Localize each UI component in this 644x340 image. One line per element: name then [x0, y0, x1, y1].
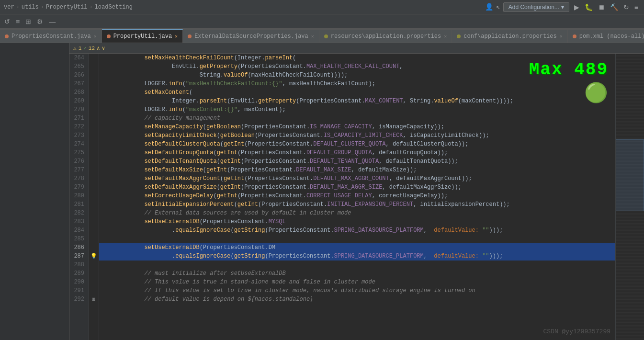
code-line: .equalsIgnoreCase(getString(PropertiesCo… — [103, 226, 611, 235]
line-number: 272 — [71, 123, 84, 131]
tab-externaldatasource[interactable]: ExternalDataSourceProperties.java ✕ — [183, 29, 319, 43]
gutter-icon — [89, 243, 99, 252]
menu-button[interactable]: ≡ — [633, 2, 640, 12]
code-content[interactable]: setMaxHealthCheckFailCount(Integer.parse… — [99, 54, 615, 340]
tab-label-propertyutil: PropertyUtil.java — [113, 33, 172, 40]
code-line: // External data sources are used by def… — [103, 209, 611, 217]
code-line: LOGGER.info("maxHealthCheckFailCount:{}"… — [103, 79, 611, 88]
gutter-icon: 💡 — [89, 252, 99, 261]
code-line: // If this value is set to true in clust… — [103, 286, 611, 295]
tab-close-externaldatasource[interactable]: ✕ — [311, 34, 314, 39]
breadcrumb-ver: ver — [4, 4, 14, 11]
add-configuration-button[interactable]: Add Configuration... ▾ — [503, 2, 569, 12]
gutter-icon — [89, 148, 99, 157]
line-number: 277 — [71, 166, 84, 174]
tab-label-propertiesconstant: PropertiesConstant.java — [11, 33, 91, 40]
line-number: 288 — [71, 261, 84, 269]
gutter-icon — [89, 269, 99, 278]
list-button[interactable]: ≡ — [13, 16, 22, 27]
code-line: String.valueOf(maxHealthCheckFailCount))… — [103, 71, 611, 79]
ide-toolbar: ↺ ≡ ⊞ ⚙ — — [0, 14, 644, 29]
tab-close-propertiesconstant[interactable]: ✕ — [94, 34, 97, 39]
build-button[interactable]: 🔨 — [608, 2, 620, 12]
collapse-button[interactable]: — — [46, 16, 58, 27]
tab-label-pom: pom.xml (nacos-all) — [579, 33, 644, 40]
warning-banner: ⚠ 1 ✓ 12 ∧ ∨ — [69, 43, 644, 54]
gutter-icon — [89, 166, 99, 174]
minimap — [615, 54, 644, 340]
profile-icon: 👤 — [485, 3, 493, 11]
stop-button[interactable]: ⏹ — [596, 2, 607, 12]
debug-button[interactable]: 🐛 — [583, 2, 595, 12]
tab-conf-application[interactable]: conf\application.properties ✕ — [452, 29, 567, 43]
line-number: 289 — [71, 269, 84, 278]
gutter: 💡⊞ — [89, 54, 99, 340]
tab-icon-propertiesconstant — [5, 34, 9, 38]
gutter-icon — [89, 105, 99, 114]
side-panel — [0, 43, 69, 340]
gutter-icon — [89, 278, 99, 286]
add-config-dropdown-icon: ▾ — [561, 4, 564, 11]
chevron-up-icon[interactable]: ∧ — [97, 45, 100, 51]
gutter-icon — [89, 217, 99, 226]
code-line — [103, 261, 611, 269]
gutter-icon — [89, 62, 99, 71]
editor-main: ⚠ 1 ✓ 12 ∧ ∨ Max 489 🟢 26426526626726826… — [69, 43, 644, 340]
code-line: setMaxContent( — [103, 88, 611, 97]
tab-label-externaldatasource: ExternalDataSourceProperties.java — [194, 33, 308, 40]
tab-label-resources: resources\application.properties — [331, 33, 441, 40]
gutter-icon — [89, 192, 99, 200]
line-number: 278 — [71, 174, 84, 183]
settings-button[interactable]: ⚙ — [34, 16, 45, 27]
code-line: .equalsIgnoreCase(getString(PropertiesCo… — [99, 252, 615, 261]
code-line: setInitialExpansionPercent(getInt(Proper… — [103, 200, 611, 209]
refresh-button[interactable]: ↻ — [621, 2, 631, 12]
chevron-down-icon[interactable]: ∨ — [102, 45, 105, 51]
line-number: 268 — [71, 88, 84, 97]
warning-icon: ⚠ — [73, 45, 77, 51]
line-number: 265 — [71, 62, 84, 71]
code-line: setCorrectUsageDelay(getInt(PropertiesCo… — [103, 192, 611, 200]
error-count: 1 — [79, 45, 82, 51]
code-line: setDefaultMaxAggrCount(getInt(Properties… — [103, 174, 611, 183]
tab-pomxml[interactable]: pom.xml (nacos-all) ✕ — [568, 29, 644, 43]
line-number: 275 — [71, 148, 84, 157]
line-number: 279 — [71, 183, 84, 192]
gutter-icon — [89, 88, 99, 97]
run-controls: ▶ 🐛 ⏹ 🔨 ↻ ≡ — [572, 2, 640, 12]
checkmark-icon: ✓ — [83, 45, 87, 51]
tab-close-resources[interactable]: ✕ — [444, 34, 447, 39]
code-line: setCapacityLimitCheck(getBoolean(Propert… — [103, 131, 611, 140]
tab-propertiesconstant[interactable]: PropertiesConstant.java ✕ — [0, 29, 102, 43]
breadcrumb-utils: utils — [22, 4, 39, 11]
gutter-icon — [89, 54, 99, 62]
gutter-icon — [89, 174, 99, 183]
gutter-icon — [89, 71, 99, 79]
tab-close-propertyutil[interactable]: ✕ — [175, 34, 178, 39]
top-bar-right: 👤 ↖ Add Configuration... ▾ ▶ 🐛 ⏹ 🔨 ↻ ≡ — [485, 2, 640, 12]
gutter-icon: ⊞ — [89, 295, 99, 304]
undo-button[interactable]: ↺ — [2, 16, 12, 27]
gutter-icon — [89, 123, 99, 131]
line-number: 276 — [71, 157, 84, 166]
breadcrumb-loadsetting: loadSetting — [95, 4, 133, 11]
line-number: 269 — [71, 97, 84, 105]
line-number: 283 — [71, 217, 84, 226]
tab-propertyutil[interactable]: PropertyUtil.java ✕ — [102, 29, 183, 43]
line-number: 285 — [71, 235, 84, 243]
tab-icon-externaldatasource — [188, 34, 192, 38]
gutter-icon — [89, 235, 99, 243]
tab-resources-application[interactable]: resources\application.properties ✕ — [319, 29, 452, 43]
grid-button[interactable]: ⊞ — [23, 16, 34, 27]
gutter-icon — [89, 79, 99, 88]
line-number: 264 — [71, 54, 84, 62]
code-line: setDefaultMaxAggrSize(getInt(PropertiesC… — [103, 183, 611, 192]
line-number: 287 — [71, 252, 84, 261]
run-button[interactable]: ▶ — [572, 2, 581, 12]
tab-close-conf[interactable]: ✕ — [560, 34, 563, 39]
line-number: 284 — [71, 226, 84, 235]
tab-icon-propertyutil — [107, 34, 111, 38]
code-line: setUseExternalDB(PropertiesConstant.MYSQ… — [103, 217, 611, 226]
line-number: 266 — [71, 71, 84, 79]
code-area: ⚠ 1 ✓ 12 ∧ ∨ Max 489 🟢 26426526626726826… — [0, 43, 644, 340]
